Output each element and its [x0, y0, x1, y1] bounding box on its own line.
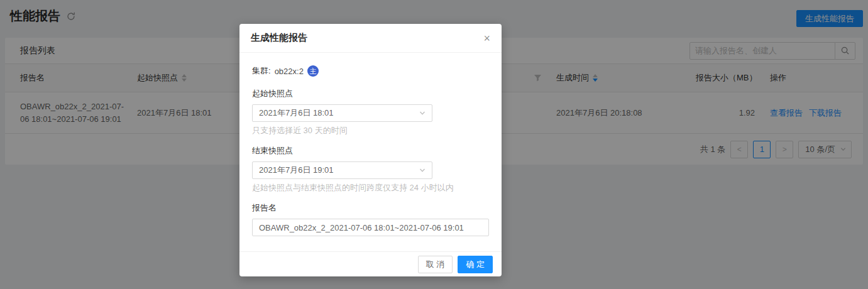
start-snapshot-select[interactable]: 2021年7月6日 18:01 — [252, 104, 432, 122]
end-snapshot-select[interactable]: 2021年7月6日 19:01 — [252, 161, 432, 179]
end-snapshot-hint: 起始快照点与结束快照点的时间跨度仅支持 24 小时以内 — [252, 182, 489, 194]
cluster-label: 集群: — [252, 65, 271, 77]
confirm-button[interactable]: 确 定 — [458, 256, 493, 273]
chevron-down-icon — [419, 167, 426, 173]
end-snapshot-field: 结束快照点 2021年7月6日 19:01 起始快照点与结束快照点的时间跨度仅支… — [252, 145, 489, 194]
cancel-button[interactable]: 取 消 — [418, 256, 453, 273]
chevron-down-icon — [419, 110, 426, 116]
cluster-row: 集群: ob22x:2 主 — [252, 64, 489, 78]
modal-title: 生成性能报告 — [251, 32, 307, 44]
modal-footer: 取 消 确 定 — [239, 251, 502, 276]
start-snapshot-hint: 只支持选择近 30 天的时间 — [252, 125, 489, 136]
close-icon[interactable]: × — [483, 33, 490, 44]
report-name-label: 报告名 — [252, 202, 489, 214]
start-snapshot-label: 起始快照点 — [252, 88, 489, 99]
cluster-value: ob22x:2 — [275, 67, 304, 76]
generate-report-modal: 生成性能报告 × 集群: ob22x:2 主 起始快照点 2021年7月6日 1… — [239, 24, 502, 276]
start-snapshot-field: 起始快照点 2021年7月6日 18:01 只支持选择近 30 天的时间 — [252, 88, 489, 136]
end-snapshot-label: 结束快照点 — [252, 145, 489, 156]
modal-body: 集群: ob22x:2 主 起始快照点 2021年7月6日 18:01 只支持选… — [239, 53, 502, 251]
report-name-input[interactable] — [252, 219, 489, 236]
modal-header: 生成性能报告 × — [239, 24, 502, 53]
primary-cluster-badge: 主 — [307, 65, 319, 77]
report-name-field: 报告名 — [252, 202, 489, 236]
